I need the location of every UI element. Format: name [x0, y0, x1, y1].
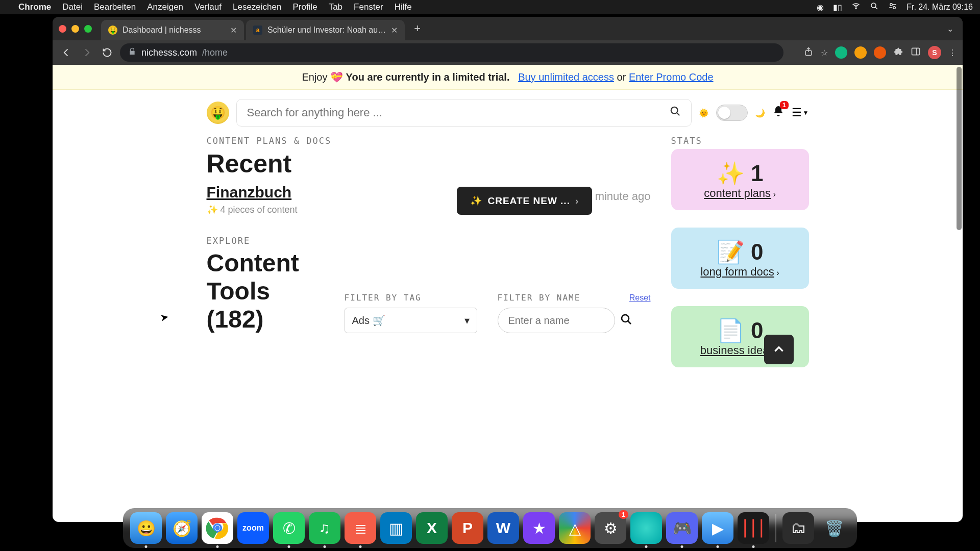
trial-strong: You are currently in a limited trial.	[346, 71, 510, 83]
create-label: CREATE NEW ...	[488, 195, 570, 207]
omnibox[interactable]: nichesss.com/home	[120, 43, 783, 62]
sparkle-icon: ✨	[470, 195, 483, 207]
menubar-item[interactable]: Profile	[292, 2, 317, 12]
dock-spotify-icon[interactable]: ♫	[309, 512, 340, 544]
chevron-right-icon: ›	[773, 190, 776, 198]
extension-icon[interactable]	[854, 46, 867, 59]
app-logo-icon[interactable]: 🤑	[207, 102, 229, 124]
dock-imovie-icon[interactable]: ★	[523, 512, 555, 544]
filter-tag-value: Ads 🛒	[352, 314, 385, 327]
search-icon[interactable]	[620, 313, 632, 328]
recent-item-title[interactable]: Finanzbuch	[207, 184, 298, 201]
bookmark-star-icon[interactable]: ☆	[821, 48, 828, 58]
dock-word-icon[interactable]: W	[487, 512, 519, 544]
side-panel-icon[interactable]	[911, 46, 921, 59]
dock-folder-icon[interactable]: 🗂	[782, 512, 814, 544]
spotlight-icon[interactable]	[870, 2, 879, 13]
menubar-item[interactable]: Hilfe	[395, 2, 412, 12]
menubar-item[interactable]: Datei	[62, 2, 83, 12]
menubar-item[interactable]: Verlauf	[194, 2, 222, 12]
scroll-to-top-button[interactable]	[764, 335, 794, 364]
forward-button[interactable]	[79, 45, 94, 60]
reload-button[interactable]	[100, 45, 115, 60]
dock-drive-icon[interactable]: △	[559, 512, 591, 544]
menubar-item[interactable]: Bearbeiten	[94, 2, 136, 12]
close-window-button[interactable]	[59, 25, 66, 33]
new-tab-button[interactable]: +	[407, 22, 428, 35]
stat-link[interactable]: business ideas	[700, 344, 775, 357]
dock-trash-icon[interactable]: 🗑️	[818, 512, 850, 544]
tab-title: Dashboard | nichesss	[122, 26, 201, 35]
wifi-icon[interactable]	[851, 2, 861, 13]
search-icon[interactable]	[670, 106, 681, 120]
theme-toggle[interactable]	[716, 105, 748, 121]
dock-quicktime-icon[interactable]: ▶	[702, 512, 733, 544]
url-path: /home	[202, 47, 228, 58]
back-button[interactable]	[59, 45, 74, 60]
buy-unlimited-link[interactable]: Buy unlimited access	[518, 71, 614, 83]
dock-whatsapp-icon[interactable]: ✆	[273, 512, 305, 544]
profile-avatar[interactable]: S	[928, 46, 941, 59]
recent-heading: Recent	[207, 149, 651, 179]
chevron-right-icon: ›	[575, 195, 579, 207]
dock-safari-icon[interactable]: 🧭	[166, 512, 198, 544]
menubar-item[interactable]: Fenster	[354, 2, 383, 12]
menubar-item[interactable]: Anzeigen	[147, 2, 183, 12]
search-input[interactable]	[247, 106, 670, 119]
chrome-menu-icon[interactable]: ⋮	[948, 48, 957, 58]
record-icon[interactable]: ◉	[817, 3, 824, 12]
dock-voice-memos-icon[interactable]: ⎮⎮⎮	[738, 512, 769, 544]
filter-name-input[interactable]	[498, 308, 615, 333]
tab-overflow-button[interactable]: ⌄	[938, 24, 963, 34]
stat-card-content-plans[interactable]: ✨ 1 content plans ›	[671, 149, 809, 210]
minimize-window-button[interactable]	[71, 25, 79, 33]
filter-tag-select[interactable]: Ads 🛒 ▾	[345, 308, 477, 333]
dock-discord-icon[interactable]: 🎮	[666, 512, 698, 544]
dock-excel-icon[interactable]: X	[416, 512, 448, 544]
svg-point-12	[622, 315, 629, 322]
extension-icon[interactable]	[835, 46, 847, 59]
menubar-app-name[interactable]: Chrome	[18, 2, 51, 12]
enter-promo-link[interactable]: Enter Promo Code	[629, 71, 714, 83]
browser-tab[interactable]: a Schüler und Investor: Noah au… ✕	[246, 20, 405, 40]
extension-icon[interactable]	[874, 46, 886, 59]
dock-separator	[775, 514, 776, 542]
tab-title: Schüler und Investor: Noah au…	[267, 26, 386, 35]
scrollbar[interactable]	[957, 65, 962, 522]
control-center-icon[interactable]	[888, 2, 897, 13]
stat-link[interactable]: long form docs	[700, 265, 774, 278]
chrome-window: 🤑 Dashboard | nichesss ✕ a Schüler und I…	[53, 17, 963, 522]
stat-card-long-form-docs[interactable]: 📝 0 long form docs ›	[671, 228, 809, 289]
global-search[interactable]	[236, 99, 692, 127]
svg-line-13	[628, 321, 631, 324]
explore-eyebrow: EXPLORE	[207, 236, 324, 246]
dock-trello-icon[interactable]: ▥	[380, 512, 412, 544]
menubar-item[interactable]: Lesezeichen	[233, 2, 281, 12]
browser-tab[interactable]: 🤑 Dashboard | nichesss ✕	[101, 20, 244, 40]
create-new-button[interactable]: ✨ CREATE NEW ... ›	[457, 187, 593, 215]
dock-todoist-icon[interactable]: ≣	[345, 512, 376, 544]
dock-powerpoint-icon[interactable]: P	[452, 512, 483, 544]
stat-link[interactable]: content plans	[704, 187, 771, 199]
extensions-puzzle-icon[interactable]	[893, 46, 903, 59]
dock-zoom-icon[interactable]: zoom	[237, 512, 269, 544]
tab-close-icon[interactable]: ✕	[391, 26, 398, 35]
app-topbar: 🤑 🌞 🌙 1 ☰▼	[207, 95, 809, 136]
svg-point-5	[893, 7, 896, 9]
battery-icon[interactable]: ▮▯	[833, 3, 842, 12]
menubar-item[interactable]: Tab	[329, 2, 342, 12]
tab-close-icon[interactable]: ✕	[230, 26, 237, 35]
macos-dock: 😀 🧭 zoom ✆ ♫ ≣ ▥ X P W ★ △ ⚙1 🎮 ▶ ⎮⎮⎮ 🗂 …	[123, 508, 857, 548]
filter-reset-link[interactable]: Reset	[629, 293, 651, 303]
menubar-clock[interactable]: Fr. 24. März 09:16	[906, 3, 973, 12]
dock-app-icon[interactable]	[630, 512, 662, 544]
dock-settings-icon[interactable]: ⚙1	[595, 512, 626, 544]
filter-tag-label: FILTER BY TAG	[345, 293, 477, 303]
main-menu-button[interactable]: ☰▼	[792, 106, 809, 119]
share-icon[interactable]	[803, 46, 814, 59]
scrollbar-thumb[interactable]	[957, 67, 962, 230]
fullscreen-window-button[interactable]	[84, 25, 92, 33]
dock-finder-icon[interactable]: 😀	[130, 512, 162, 544]
dock-chrome-icon[interactable]	[202, 512, 233, 544]
notifications-button[interactable]: 1	[772, 105, 785, 120]
